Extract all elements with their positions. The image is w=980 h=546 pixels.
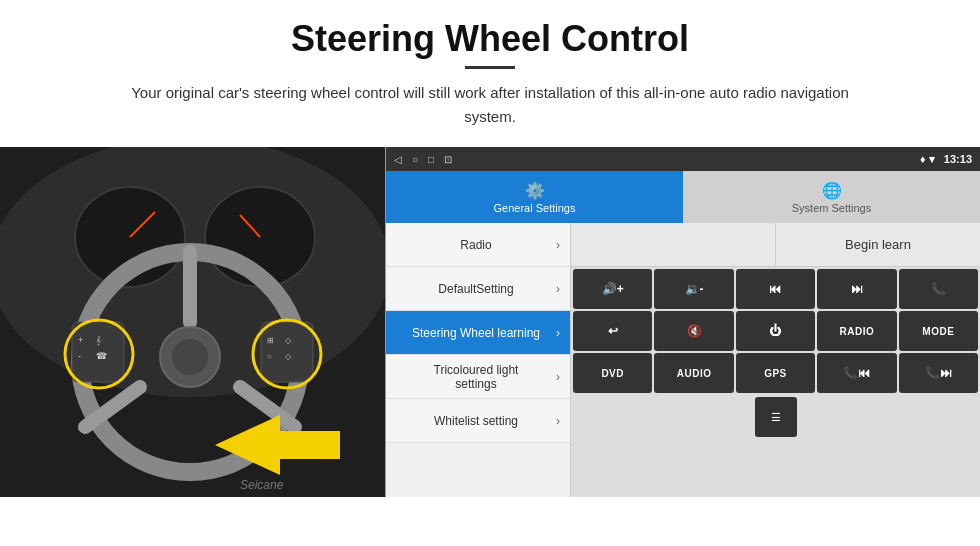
- svg-text:𝄞: 𝄞: [96, 335, 101, 346]
- menu-icon: ☰: [771, 411, 781, 424]
- radio-label: RADIO: [840, 326, 875, 337]
- audio-label: AUDIO: [677, 368, 712, 379]
- menu-button[interactable]: ☰: [755, 397, 797, 437]
- system-settings-icon: 🌐: [822, 181, 842, 200]
- back-icon: ◁: [394, 154, 402, 165]
- right-panel: Begin learn 🔊+ 🔉- ⏮: [571, 223, 980, 497]
- hang-up-button[interactable]: ↩: [573, 311, 652, 351]
- mute-button[interactable]: 🔇: [654, 311, 733, 351]
- phone-prev-button[interactable]: 📞⏮: [817, 353, 896, 393]
- chevron-icon: ›: [556, 282, 560, 296]
- main-content: + 𝄞 - ☎ ⊞ ◇ ○ ◇ Seic: [0, 147, 980, 497]
- menu-radio-label: Radio: [396, 238, 556, 252]
- status-time: ♦ ▾ 13:13: [920, 153, 972, 166]
- hang-up-icon: ↩: [608, 324, 618, 338]
- chevron-icon: ›: [556, 370, 560, 384]
- dvd-label: DVD: [601, 368, 624, 379]
- menu-item-steering[interactable]: Steering Wheel learning ›: [386, 311, 570, 355]
- svg-text:◇: ◇: [285, 352, 292, 361]
- phone-next-icon: 📞⏭: [925, 366, 952, 380]
- audio-button[interactable]: AUDIO: [654, 353, 733, 393]
- vol-up-button[interactable]: 🔊+: [573, 269, 652, 309]
- power-icon: ⏻: [769, 324, 781, 338]
- clock: 13:13: [944, 153, 972, 165]
- menu-whitelist-label: Whitelist setting: [396, 414, 556, 428]
- recents-icon: □: [428, 154, 434, 165]
- prev-track-icon: ⏮: [769, 282, 781, 296]
- menu-steering-label: Steering Wheel learning: [396, 326, 556, 340]
- vol-up-icon: 🔊+: [602, 282, 624, 296]
- phone-prev-icon: 📞⏮: [843, 366, 870, 380]
- svg-text:☎: ☎: [96, 351, 107, 361]
- screenshot-icon: ⊡: [444, 154, 452, 165]
- svg-point-11: [172, 339, 208, 375]
- phone-next-button[interactable]: 📞⏭: [899, 353, 978, 393]
- tab-general[interactable]: ⚙️ General Settings: [386, 171, 683, 223]
- page-title: Steering Wheel Control: [60, 18, 920, 60]
- svg-text:⊞: ⊞: [267, 336, 274, 345]
- menu-tricoloured-label: Tricoloured lightsettings: [396, 363, 556, 391]
- prev-track-button[interactable]: ⏮: [736, 269, 815, 309]
- next-track-button[interactable]: ⏭: [817, 269, 896, 309]
- chevron-icon: ›: [556, 326, 560, 340]
- svg-text:-: -: [78, 351, 81, 361]
- content-area: Radio › DefaultSetting › Steering Wheel …: [386, 223, 980, 497]
- svg-text:◇: ◇: [285, 336, 292, 345]
- general-settings-icon: ⚙️: [525, 181, 545, 200]
- gps-button[interactable]: GPS: [736, 353, 815, 393]
- left-menu: Radio › DefaultSetting › Steering Wheel …: [386, 223, 571, 497]
- next-track-icon: ⏭: [851, 282, 863, 296]
- signal-icons: ♦ ▾: [920, 153, 941, 165]
- blank-area: [571, 223, 776, 266]
- phone-icon: 📞: [931, 282, 946, 296]
- tab-bar: ⚙️ General Settings 🌐 System Settings: [386, 171, 980, 223]
- menu-item-default[interactable]: DefaultSetting ›: [386, 267, 570, 311]
- menu-default-label: DefaultSetting: [396, 282, 556, 296]
- menu-item-tricoloured[interactable]: Tricoloured lightsettings ›: [386, 355, 570, 399]
- buttons-grid: 🔊+ 🔉- ⏮ ⏭ 📞: [571, 267, 980, 395]
- vol-down-icon: 🔉-: [685, 282, 704, 296]
- status-bar-left: ◁ ○ □ ⊡: [394, 154, 452, 165]
- chevron-icon: ›: [556, 414, 560, 428]
- top-row: Begin learn: [571, 223, 980, 267]
- phone-answer-button[interactable]: 📞: [899, 269, 978, 309]
- mode-label: MODE: [922, 326, 954, 337]
- gps-label: GPS: [764, 368, 787, 379]
- vol-down-button[interactable]: 🔉-: [654, 269, 733, 309]
- subtitle-text: Your original car's steering wheel contr…: [110, 81, 870, 129]
- menu-item-whitelist[interactable]: Whitelist setting ›: [386, 399, 570, 443]
- android-ui: ◁ ○ □ ⊡ ♦ ▾ 13:13 ⚙️ General Settings 🌐: [385, 147, 980, 497]
- header-section: Steering Wheel Control Your original car…: [0, 0, 980, 139]
- status-bar: ◁ ○ □ ⊡ ♦ ▾ 13:13: [386, 147, 980, 171]
- begin-learn-button[interactable]: Begin learn: [776, 223, 980, 266]
- steering-wheel-container: + 𝄞 - ☎ ⊞ ◇ ○ ◇ Seic: [0, 147, 385, 497]
- car-image-area: + 𝄞 - ☎ ⊞ ◇ ○ ◇ Seic: [0, 147, 385, 497]
- tab-system-label: System Settings: [792, 202, 871, 214]
- tab-system[interactable]: 🌐 System Settings: [683, 171, 980, 223]
- home-icon: ○: [412, 154, 418, 165]
- radio-button[interactable]: RADIO: [817, 311, 896, 351]
- svg-text:○: ○: [267, 352, 272, 361]
- dvd-button[interactable]: DVD: [573, 353, 652, 393]
- page-wrapper: Steering Wheel Control Your original car…: [0, 0, 980, 497]
- menu-item-radio[interactable]: Radio ›: [386, 223, 570, 267]
- mute-icon: 🔇: [687, 324, 702, 338]
- chevron-icon: ›: [556, 238, 560, 252]
- title-divider: [465, 66, 515, 69]
- svg-text:Seicane: Seicane: [240, 478, 284, 492]
- tab-general-label: General Settings: [494, 202, 576, 214]
- power-button[interactable]: ⏻: [736, 311, 815, 351]
- svg-text:+: +: [78, 335, 83, 345]
- bottom-single-row: ☰: [571, 395, 980, 439]
- mode-button[interactable]: MODE: [899, 311, 978, 351]
